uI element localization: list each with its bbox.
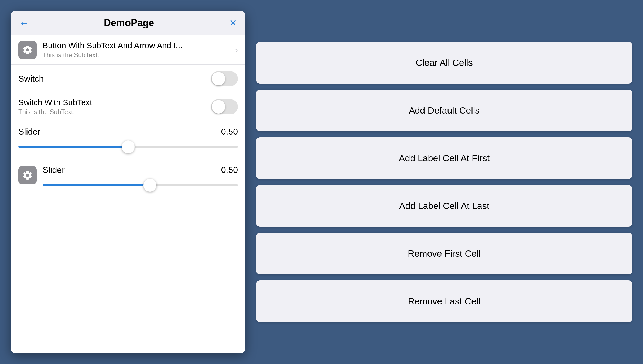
switch-label: Switch bbox=[18, 74, 211, 84]
main-container: ← DemoPage ✕ Button With SubText And Arr… bbox=[0, 0, 643, 364]
add-label-cell-at-first-button[interactable]: Add Label Cell At First bbox=[256, 137, 632, 179]
gear-icon-2 bbox=[22, 170, 33, 181]
switch-subtext-toggle[interactable] bbox=[211, 99, 238, 114]
slider-row-1: Slider 0.50 bbox=[11, 121, 245, 159]
slider-value-1: 0.50 bbox=[221, 127, 238, 137]
modal-panel: ← DemoPage ✕ Button With SubText And Arr… bbox=[11, 11, 245, 353]
remove-last-cell-button[interactable]: Remove Last Cell bbox=[256, 280, 632, 322]
slider-track-container-2[interactable] bbox=[43, 179, 238, 191]
button-subtitle: This is the SubText. bbox=[43, 51, 232, 59]
switch-subtext-content: Switch With SubText This is the SubText. bbox=[18, 98, 211, 116]
button-subtext-content: Button With SubText And Arrow And I... T… bbox=[43, 41, 232, 59]
button-title: Button With SubText And Arrow And I... bbox=[43, 41, 232, 50]
add-default-cells-button[interactable]: Add Default Cells bbox=[256, 90, 632, 131]
slider-thumb-1[interactable] bbox=[122, 140, 135, 153]
slider-with-icon-content: Slider 0.50 bbox=[43, 165, 238, 191]
slider-label-1: Slider bbox=[18, 127, 40, 137]
modal-content[interactable]: Button With SubText And Arrow And I... T… bbox=[11, 35, 245, 353]
remove-first-cell-button[interactable]: Remove First Cell bbox=[256, 233, 632, 274]
gear-icon-cell bbox=[18, 41, 37, 59]
switch-subtext-title: Switch With SubText bbox=[18, 98, 211, 107]
gear-icon-slider bbox=[18, 166, 37, 184]
slider-thumb-2[interactable] bbox=[143, 179, 156, 192]
switch-subtext-row: Switch With SubText This is the SubText. bbox=[11, 93, 245, 121]
add-label-cell-at-last-button[interactable]: Add Label Cell At Last bbox=[256, 185, 632, 227]
toggle-knob-2 bbox=[212, 100, 225, 114]
switch-subtext-subtitle: This is the SubText. bbox=[18, 108, 211, 116]
slider-track-container-1[interactable] bbox=[18, 141, 238, 153]
back-button[interactable]: ← bbox=[19, 18, 29, 28]
list-row-button-subtext[interactable]: Button With SubText And Arrow And I... T… bbox=[11, 35, 245, 65]
switch-toggle[interactable] bbox=[211, 71, 238, 86]
slider-label-2: Slider bbox=[43, 165, 65, 175]
slider-header-2: Slider 0.50 bbox=[43, 165, 238, 175]
slider-fill-1 bbox=[18, 146, 128, 148]
right-panel: Clear All Cells Add Default Cells Add La… bbox=[256, 11, 632, 353]
gear-icon bbox=[22, 44, 33, 55]
slider-fill-2 bbox=[43, 184, 150, 186]
slider-header-1: Slider 0.50 bbox=[18, 127, 238, 137]
modal-title: DemoPage bbox=[104, 17, 154, 29]
slider-row-with-icon: Slider 0.50 bbox=[11, 159, 245, 197]
close-button[interactable]: ✕ bbox=[229, 18, 237, 28]
modal-header: ← DemoPage ✕ bbox=[11, 11, 245, 35]
slider-value-2: 0.50 bbox=[221, 165, 238, 175]
clear-all-cells-button[interactable]: Clear All Cells bbox=[256, 42, 632, 84]
chevron-icon: › bbox=[235, 45, 238, 55]
slider-track-2 bbox=[43, 184, 238, 186]
switch-row: Switch bbox=[11, 65, 245, 93]
toggle-knob bbox=[212, 72, 225, 85]
